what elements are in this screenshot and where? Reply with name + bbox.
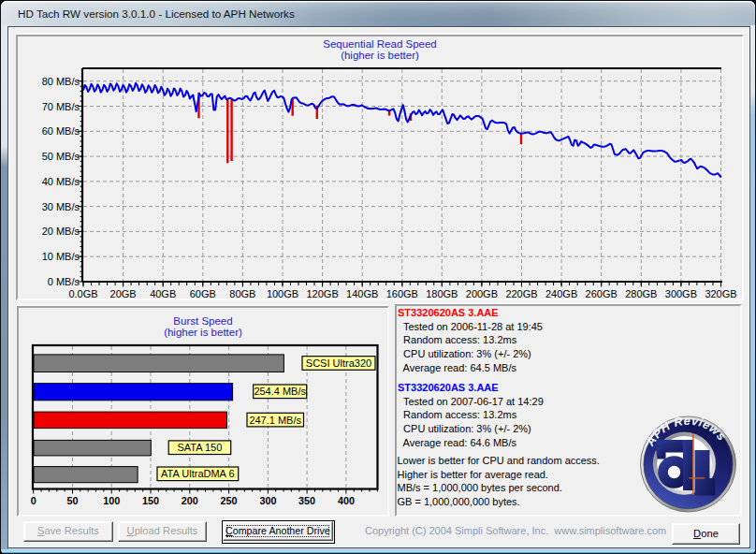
svg-text:100GB: 100GB bbox=[267, 288, 298, 299]
svg-text:320GB: 320GB bbox=[705, 288, 736, 299]
svg-text:350: 350 bbox=[298, 495, 315, 506]
svg-text:SATA 150: SATA 150 bbox=[177, 442, 222, 453]
svg-text:50 MB/s: 50 MB/s bbox=[42, 151, 80, 162]
svg-text:ATA UltraDMA 6: ATA UltraDMA 6 bbox=[161, 468, 234, 479]
svg-text:160GB: 160GB bbox=[386, 288, 418, 299]
svg-text:260GB: 260GB bbox=[586, 288, 618, 299]
svg-text:0: 0 bbox=[31, 495, 36, 506]
svg-text:30 MB/s: 30 MB/s bbox=[42, 201, 80, 212]
svg-text:247.1 MB/s: 247.1 MB/s bbox=[249, 415, 301, 426]
svg-text:50: 50 bbox=[66, 495, 78, 506]
svg-text:400: 400 bbox=[338, 495, 355, 506]
svg-text:280GB: 280GB bbox=[625, 288, 657, 299]
svg-text:300: 300 bbox=[259, 495, 276, 506]
svg-text:180GB: 180GB bbox=[426, 288, 458, 299]
svg-text:70 MB/s: 70 MB/s bbox=[42, 101, 80, 112]
svg-text:100: 100 bbox=[103, 495, 120, 506]
svg-text:150: 150 bbox=[142, 495, 159, 506]
svg-text:250: 250 bbox=[221, 495, 238, 506]
svg-text:200GB: 200GB bbox=[466, 288, 498, 299]
svg-text:20 MB/s: 20 MB/s bbox=[42, 226, 80, 237]
svg-text:0.0GB: 0.0GB bbox=[68, 288, 97, 299]
svg-text:40GB: 40GB bbox=[150, 288, 176, 299]
svg-text:60 MB/s: 60 MB/s bbox=[42, 125, 80, 137]
svg-text:80GB: 80GB bbox=[229, 288, 255, 299]
svg-text:20GB: 20GB bbox=[110, 288, 137, 299]
svg-text:80 MB/s: 80 MB/s bbox=[42, 76, 80, 87]
svg-text:10 MB/s: 10 MB/s bbox=[42, 251, 80, 262]
svg-text:240GB: 240GB bbox=[545, 288, 577, 299]
svg-text:0 MB/s: 0 MB/s bbox=[48, 276, 80, 287]
svg-text:254.4 MB/s: 254.4 MB/s bbox=[254, 386, 306, 397]
svg-text:140GB: 140GB bbox=[346, 288, 378, 299]
svg-text:200: 200 bbox=[182, 495, 198, 506]
svg-text:60GB: 60GB bbox=[190, 288, 216, 299]
svg-text:300GB: 300GB bbox=[665, 288, 697, 299]
svg-text:120GB: 120GB bbox=[306, 288, 338, 299]
svg-text:40 MB/s: 40 MB/s bbox=[42, 176, 80, 187]
svg-text:SCSI Ultra320: SCSI Ultra320 bbox=[306, 357, 371, 369]
svg-text:220GB: 220GB bbox=[505, 288, 537, 299]
